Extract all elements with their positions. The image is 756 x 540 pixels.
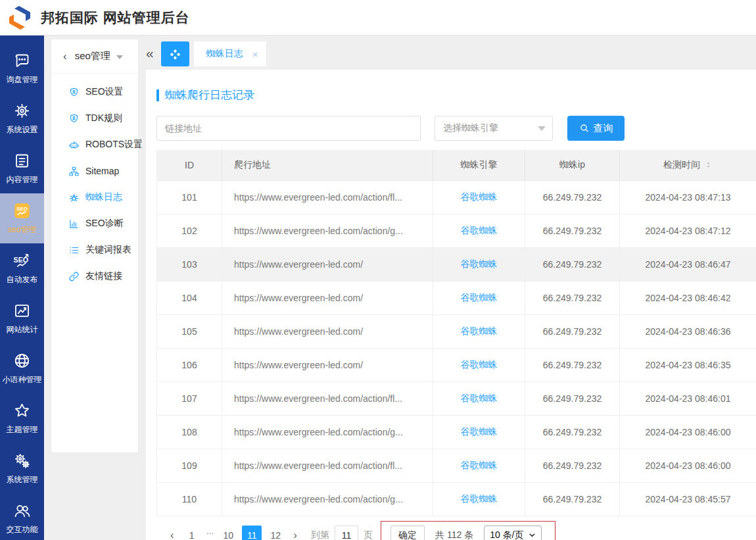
page-number-1[interactable]: 1 [182,526,202,540]
cell-id: 102 [157,214,222,247]
sidebar-item-内容管理[interactable]: 内容管理 [0,143,44,193]
menu-item-SEO诊断[interactable]: SEO诊断 [51,210,138,237]
menu-item-label: SEO诊断 [85,218,124,230]
page-number-11[interactable]: 11 [242,526,262,540]
cell-url: https://www.evergreen-led.com/action/fl.… [222,449,433,482]
sidebar-item-小语种管理[interactable]: 小语种管理 [0,343,44,393]
cell-id: 109 [157,449,222,482]
cell-ip: 66.249.79.232 [525,214,620,247]
cell-time: 2024-04-23 08:47:12 [620,214,756,247]
shield-icon [68,113,80,124]
sidebar-item-交互功能[interactable]: 交互功能 [0,493,44,540]
table-row: 102https://www.evergreen-led.com/action/… [157,214,756,247]
cell-engine: 谷歌蜘蛛 [433,381,525,415]
menu-item-TDK规则[interactable]: TDK规则 [51,105,138,132]
menu-item-友情链接[interactable]: 友情链接 [51,263,138,289]
diamonds-icon [169,48,181,61]
cell-url: https://www.evergreen-led.com/action/g..… [222,214,433,247]
menu-item-ROBOTS设置[interactable]: ROBOTS设置 [51,132,138,158]
menu-item-Sitemap[interactable]: Sitemap [51,158,138,184]
primary-sidebar: 询盘管理系统设置内容管理SEOseo管理SEO自动发布网站统计小语种管理主题管理… [0,36,44,540]
double-chevron-left-icon[interactable]: « [146,46,154,60]
home-tab-button[interactable] [161,41,189,66]
robot-icon [68,139,80,151]
seo-badge-icon: SEO [13,202,31,220]
sidebar-item-询盘管理[interactable]: 询盘管理 [0,43,44,93]
engine-link[interactable]: 谷歌蜘蛛 [461,426,498,437]
sidebar-item-label: 系统管理 [7,474,38,485]
link-address-input[interactable] [156,116,421,141]
sidebar-item-系统设置[interactable]: 系统设置 [0,93,44,143]
table-row: 106https://www.evergreen-led.com/谷歌蜘蛛66.… [157,348,756,381]
list-icon [68,245,80,256]
column-header-蜘蛛引擎: 蜘蛛引擎 [433,150,525,180]
cell-time: 2024-04-23 08:45:57 [620,482,756,516]
cell-engine: 谷歌蜘蛛 [433,314,525,348]
menu-item-蜘蛛日志[interactable]: 蜘蛛日志 [51,184,138,210]
cell-id: 105 [157,314,222,348]
menu-item-SEO设置[interactable]: SEO设置 [51,79,138,105]
engine-link[interactable]: 谷歌蜘蛛 [461,326,498,336]
search-icon [579,123,590,134]
table-row: 105https://www.evergreen-led.com/谷歌蜘蛛66.… [157,314,756,348]
engine-link[interactable]: 谷歌蜘蛛 [461,393,498,403]
menu-item-label: SEO设置 [85,86,124,98]
page-number-12[interactable]: 12 [266,526,285,540]
query-button[interactable]: 查询 [567,116,625,141]
secondary-sidebar-header[interactable]: ‹ seo管理 [51,39,138,74]
spider-engine-select[interactable]: 选择蜘蛛引擎 [435,116,553,141]
engine-link[interactable]: 谷歌蜘蛛 [461,191,498,202]
engine-link[interactable]: 谷歌蜘蛛 [461,225,498,235]
menu-item-关键词报表[interactable]: 关键词报表 [51,237,138,263]
sidebar-item-seo管理[interactable]: SEOseo管理 [0,193,44,243]
engine-link[interactable]: 谷歌蜘蛛 [461,292,498,303]
cell-engine: 谷歌蜘蛛 [433,482,525,516]
cell-url: https://www.evergreen-led.com/ [222,281,433,314]
goto-page-input[interactable] [335,526,358,540]
table-row: 101https://www.evergreen-led.com/action/… [157,180,756,214]
table-row: 109https://www.evergreen-led.com/action/… [157,449,756,482]
page-number-10[interactable]: 10 [218,526,238,540]
table-row: 107https://www.evergreen-led.com/action/… [157,381,756,415]
sitemap-icon [68,166,80,177]
cell-ip: 66.249.79.232 [525,449,620,482]
cell-url: https://www.evergreen-led.com/ [222,314,433,348]
sidebar-item-自动发布[interactable]: SEO自动发布 [0,243,44,293]
cell-ip: 66.249.79.232 [525,180,620,214]
tab-label: 蜘蛛日志 [206,48,243,60]
engine-link[interactable]: 谷歌蜘蛛 [461,359,498,370]
sidebar-item-网站统计[interactable]: 网站统计 [0,293,44,343]
confirm-button[interactable]: 确定 [390,526,425,540]
sort-icon[interactable] [704,160,713,170]
chevron-left-icon[interactable]: ‹ [63,50,67,63]
engine-link[interactable]: 谷歌蜘蛛 [461,493,498,504]
link-icon [68,271,80,282]
prev-page-icon[interactable]: ‹ [164,529,180,540]
caret-down-icon [116,55,123,59]
engine-link[interactable]: 谷歌蜘蛛 [461,460,498,470]
sidebar-item-主题管理[interactable]: 主题管理 [0,393,44,443]
chevron-down-icon [529,531,536,539]
tab-spider-log[interactable]: 蜘蛛日志 × [194,41,267,66]
close-icon[interactable]: × [252,49,258,60]
cell-url: https://www.evergreen-led.com/action/fl.… [222,180,433,214]
page-ellipsis: ... [206,526,214,540]
sidebar-item-系统管理[interactable]: 系统管理 [0,443,44,493]
annotation-red-box: 确定 共 112 条 10 条/页 [381,521,555,540]
company-logo-icon [7,5,33,31]
title-accent-bar [156,89,159,101]
gears-icon [13,452,31,470]
cell-url: https://www.evergreen-led.com/action/g..… [222,415,433,449]
cell-engine: 谷歌蜘蛛 [433,247,525,281]
menu-item-label: ROBOTS设置 [85,139,143,151]
cell-ip: 66.249.79.232 [525,415,620,449]
svg-text:SEO: SEO [16,205,28,211]
page-size-select[interactable]: 10 条/页 [484,526,542,540]
menu-item-label: TDK规则 [85,112,122,124]
sidebar-item-label: 自动发布 [7,274,38,285]
column-header-检测时间[interactable]: 检测时间 [620,150,756,180]
menu-item-label: 关键词报表 [85,244,131,256]
engine-link[interactable]: 谷歌蜘蛛 [461,258,498,269]
cell-ip: 66.249.79.232 [525,348,620,381]
next-page-icon[interactable]: › [287,529,303,540]
